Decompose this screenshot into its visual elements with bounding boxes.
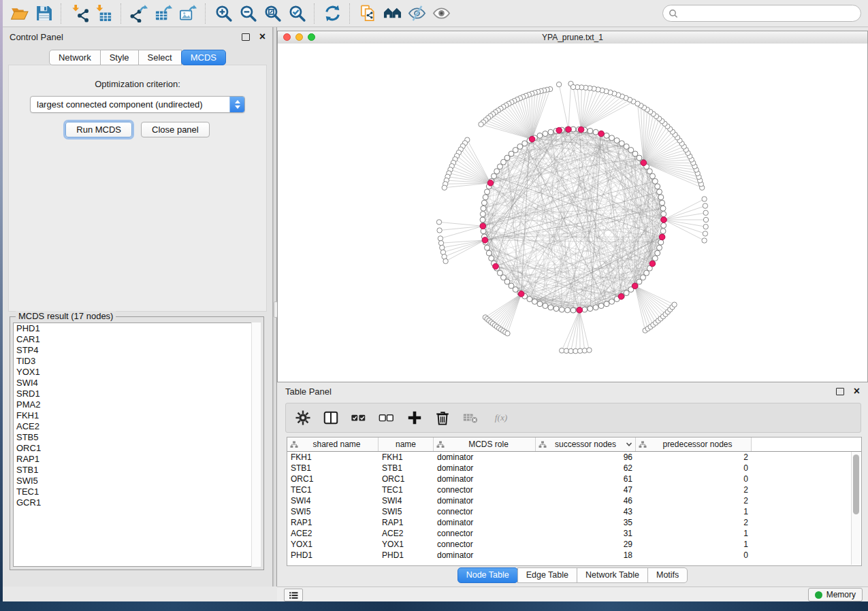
tab-style[interactable]: Style bbox=[100, 50, 139, 65]
task-history-button[interactable] bbox=[284, 589, 303, 601]
zoom-fit-button[interactable] bbox=[260, 3, 285, 24]
tab-edge-table[interactable]: Edge Table bbox=[517, 567, 577, 583]
toolbar-separator bbox=[314, 3, 315, 24]
split-columns-button[interactable] bbox=[322, 409, 340, 427]
select-all-columns-button[interactable] bbox=[350, 409, 368, 427]
zoom-out-button[interactable] bbox=[236, 3, 260, 24]
cell: 29 bbox=[536, 540, 636, 549]
table-row[interactable]: YOX1YOX1connector291 bbox=[287, 539, 861, 550]
import-table-button[interactable] bbox=[91, 3, 116, 24]
chevron-down-icon[interactable] bbox=[624, 442, 632, 447]
cell: connector bbox=[434, 507, 536, 516]
result-list-scrollbar[interactable] bbox=[251, 323, 261, 567]
tab-node-table[interactable]: Node Table bbox=[457, 567, 518, 583]
delete-column-button[interactable] bbox=[434, 409, 451, 427]
table-panel: Table Panel × f(x) shared namenameMCDS r… bbox=[277, 382, 868, 587]
copy-style-button[interactable] bbox=[355, 3, 380, 24]
table-scrollbar[interactable] bbox=[851, 452, 861, 565]
trash-icon bbox=[434, 410, 451, 426]
control-panel-title: Control Panel bbox=[10, 32, 242, 42]
optimization-criterion-label: Optimization criterion: bbox=[9, 79, 266, 89]
save-session-button[interactable] bbox=[31, 3, 56, 24]
column-label: name bbox=[381, 440, 430, 449]
tree-icon bbox=[436, 441, 445, 448]
search-input[interactable] bbox=[681, 8, 855, 19]
cell: 2 bbox=[636, 496, 752, 506]
result-node: GCR1 bbox=[14, 497, 260, 508]
apply-layout-button[interactable] bbox=[320, 3, 344, 24]
run-mcds-button[interactable]: Run MCDS bbox=[65, 122, 132, 137]
column-header-successor-nodes[interactable]: successor nodes bbox=[536, 437, 636, 451]
function-builder-button: f(x) bbox=[489, 409, 515, 427]
cell: ORC1 bbox=[379, 474, 434, 484]
optimization-criterion-select[interactable]: largest connected component (undirected) bbox=[30, 96, 245, 113]
close-panel-button[interactable]: Close panel bbox=[141, 122, 210, 137]
table-row[interactable]: STB1STB1dominator620 bbox=[287, 463, 861, 474]
tab-motifs[interactable]: Motifs bbox=[647, 567, 688, 583]
tab-network[interactable]: Network bbox=[49, 50, 101, 65]
cell: 0 bbox=[636, 463, 752, 473]
cell: dominator bbox=[434, 463, 536, 473]
column-header-predecessor-nodes[interactable]: predecessor nodes bbox=[636, 437, 752, 451]
float-table-panel-icon[interactable] bbox=[836, 388, 844, 395]
export-table-icon bbox=[155, 4, 173, 22]
column-header-name[interactable]: name bbox=[379, 437, 434, 451]
import-network-button[interactable] bbox=[67, 3, 91, 24]
tab-mcds[interactable]: MCDS bbox=[181, 50, 226, 65]
table-row[interactable]: ACE2ACE2connector311 bbox=[287, 528, 861, 539]
mcds-result-list[interactable]: PHD1CAR1STP4TID3YOX1SWI4SRD1PMA2FKH1ACE2… bbox=[13, 323, 261, 567]
column-header-shared-name[interactable]: shared name bbox=[287, 437, 379, 451]
table-settings-button[interactable] bbox=[294, 409, 312, 427]
zoom-in-icon bbox=[214, 4, 233, 22]
column-header-MCDS-role[interactable]: MCDS role bbox=[434, 437, 536, 451]
memory-button[interactable]: Memory bbox=[808, 588, 863, 601]
tab-network-table[interactable]: Network Table bbox=[577, 567, 648, 583]
add-column-button[interactable] bbox=[406, 409, 423, 427]
network-canvas[interactable] bbox=[278, 44, 867, 382]
close-panel-icon[interactable]: × bbox=[259, 33, 266, 40]
control-panel-tabs: NetworkStyleSelectMCDS bbox=[3, 50, 272, 65]
close-table-panel-icon[interactable]: × bbox=[854, 388, 860, 395]
table-scrollbar-thumb[interactable] bbox=[853, 455, 859, 514]
cell: 47 bbox=[536, 485, 636, 495]
result-node: SWI5 bbox=[14, 476, 260, 486]
hide-selected-button[interactable] bbox=[404, 3, 429, 24]
close-window-icon[interactable] bbox=[283, 33, 291, 41]
cell: connector bbox=[434, 485, 536, 495]
save-icon bbox=[35, 4, 53, 22]
cell: dominator bbox=[434, 550, 536, 560]
maximize-window-icon[interactable] bbox=[308, 33, 315, 41]
desktop-background bbox=[0, 601, 868, 611]
export-table-button[interactable] bbox=[151, 3, 176, 24]
table-row[interactable]: PHD1PHD1dominator180 bbox=[287, 550, 861, 561]
tree-icon bbox=[539, 441, 547, 448]
result-node: YOX1 bbox=[14, 367, 260, 378]
open-file-button[interactable] bbox=[7, 3, 31, 24]
table-row[interactable]: TEC1TEC1connector472 bbox=[287, 484, 861, 495]
cell: 46 bbox=[536, 496, 636, 506]
export-image-button[interactable] bbox=[176, 3, 200, 24]
table-row[interactable]: RAP1RAP1dominator352 bbox=[287, 517, 861, 528]
import-network-icon bbox=[70, 4, 89, 22]
table-row[interactable]: SWI4SWI4dominator462 bbox=[287, 495, 861, 506]
zoom-in-button[interactable] bbox=[211, 3, 236, 24]
zoom-selected-button[interactable] bbox=[285, 3, 309, 24]
workspace-region: YPA_prune.txt_1 Table Panel × f(x) share… bbox=[277, 27, 868, 587]
float-window-icon[interactable] bbox=[242, 33, 250, 41]
main-toolbar bbox=[3, 0, 868, 27]
table-row[interactable]: ORC1ORC1dominator610 bbox=[287, 474, 861, 484]
cell: 35 bbox=[536, 518, 636, 527]
mcds-options-panel: Optimization criterion: largest connecte… bbox=[8, 65, 267, 312]
deselect-all-columns-button[interactable] bbox=[378, 409, 396, 427]
check-pair-icon bbox=[351, 410, 367, 426]
table-row[interactable]: FKH1FKH1dominator962 bbox=[287, 452, 861, 463]
result-node: PHD1 bbox=[14, 323, 260, 334]
export-network-button[interactable] bbox=[127, 3, 151, 24]
cell: PHD1 bbox=[379, 550, 434, 560]
tab-select[interactable]: Select bbox=[138, 50, 182, 65]
first-neighbors-button[interactable] bbox=[380, 3, 404, 24]
result-node: SWI4 bbox=[14, 378, 260, 389]
minimize-window-icon[interactable] bbox=[295, 33, 303, 41]
table-row[interactable]: SWI5SWI5connector431 bbox=[287, 506, 861, 517]
show-all-button[interactable] bbox=[429, 3, 453, 24]
